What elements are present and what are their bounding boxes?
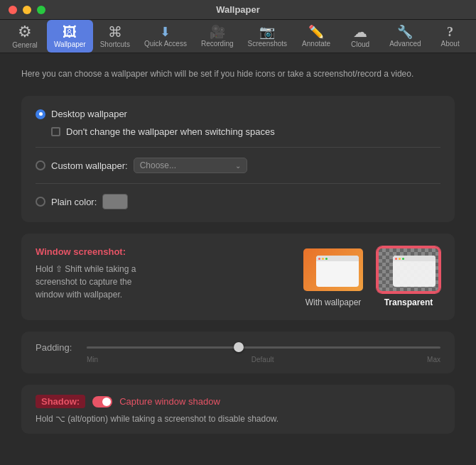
tab-about-label: About [441,40,460,48]
slider-default-label: Default [251,356,274,363]
tab-advanced-label: Advanced [389,40,421,48]
shadow-toggle-label: Capture window shadow [119,396,220,407]
custom-wallpaper-dropdown[interactable]: Choose... ⌄ [134,158,247,173]
custom-wallpaper-row: Custom wallpaper: Choose... ⌄ [36,158,440,173]
slider-labels: Min Default Max [87,356,440,363]
maximize-button[interactable] [37,6,45,14]
tab-wallpaper[interactable]: 🖼 Wallpaper [47,20,93,53]
dont-change-label: Don't change the wallpaper when switchin… [66,126,275,137]
thumb-min-dot [322,258,324,260]
gear-icon [18,24,32,40]
wallpaper-icon: 🖼 [63,25,77,39]
main-description: Here you can choose a wallpaper which wi… [21,67,455,80]
ws-option-transparent[interactable]: Transparent [377,246,440,307]
slider-min-label: Min [87,356,98,363]
shadow-toggle[interactable] [92,396,112,407]
wallpaper-options-section: Desktop wallpaper Don't change the wallp… [21,96,455,222]
tab-annotate[interactable]: ✏️ Annotate [294,20,338,53]
ws-description: Hold ⇧ Shift while taking a screenshot t… [36,263,280,301]
thumb-t-min [399,258,401,260]
padding-slider-thumb[interactable] [234,342,244,352]
shortcuts-icon: ⌘ [108,25,122,39]
shadow-row: Shadow: Capture window shadow [36,395,440,408]
ws-heading: Window screenshot: [36,246,280,257]
tab-about[interactable]: ? About [428,20,472,53]
plain-color-label: Plain color: [51,197,97,207]
thumb-wallpaper-bg [303,248,363,291]
titlebar: Wallpaper [0,0,476,20]
shadow-description: Hold ⌥ (alt/option) while taking a scree… [36,414,440,424]
padding-slider-container [87,341,440,353]
main-content: Here you can choose a wallpaper which wi… [0,53,476,448]
padding-row: Padding: [36,341,440,353]
window-screenshot-section: Window screenshot: Hold ⇧ Shift while ta… [21,234,455,320]
dont-change-row: Don't change the wallpaper when switchin… [51,126,440,137]
tab-quickaccess-label: Quick Access [144,40,187,48]
slider-fill [87,346,239,349]
tab-shortcuts-label: Shortcuts [100,40,130,48]
custom-wallpaper-label: Custom wallpaper: [51,160,128,171]
thumb-max-dot [325,258,328,260]
tab-annotate-label: Annotate [302,40,330,48]
ws-top: Window screenshot: Hold ⇧ Shift while ta… [36,246,440,307]
ws-thumbnail-with-wallpaper [301,246,365,293]
thumb-transparent-titlebar [393,256,436,261]
shadow-heading: Shadow: [36,395,85,408]
window-title: Wallpaper [216,4,260,15]
minimize-button[interactable] [23,6,31,14]
ws-option-with-wallpaper[interactable]: With wallpaper [301,246,365,307]
tab-recording[interactable]: 🎥 Recording [194,20,241,53]
thumb-transparent-bg [379,248,438,291]
tab-recording-label: Recording [201,40,234,48]
plain-color-radio[interactable] [36,197,45,207]
thumb-t-close [395,258,397,260]
annotate-icon: ✏️ [308,26,324,38]
padding-label: Padding: [36,342,78,353]
shadow-section: Shadow: Capture window shadow Hold ⌥ (al… [21,385,455,434]
slider-max-label: Max [427,356,440,363]
tab-cloud[interactable]: ☁ Cloud [338,20,382,53]
tab-screenshots[interactable]: 📷 Screenshots [241,20,295,53]
color-swatch[interactable] [102,194,128,209]
desktop-wallpaper-row: Desktop wallpaper [36,109,440,119]
thumb-close-dot [318,258,320,260]
plain-color-row: Plain color: [36,194,440,209]
tab-cloud-label: Cloud [351,40,369,48]
thumb-wallpaper-window [316,256,359,287]
dont-change-checkbox[interactable] [51,127,60,136]
tab-shortcuts[interactable]: ⌘ Shortcuts [93,20,137,53]
toolbar: General 🖼 Wallpaper ⌘ Shortcuts ⬇ Quick … [0,20,476,53]
thumb-t-max [402,258,404,260]
recording-icon: 🎥 [210,26,225,38]
thumb-transparent-window [393,256,436,287]
quickaccess-icon: ⬇ [160,26,171,38]
chevron-down-icon: ⌄ [235,162,241,170]
ws-transparent-label: Transparent [384,297,433,307]
tab-screenshots-label: Screenshots [248,40,288,48]
desktop-wallpaper-radio[interactable] [36,109,45,119]
divider-2 [36,183,440,184]
advanced-icon: 🔧 [397,26,413,38]
ws-left: Window screenshot: Hold ⇧ Shift while ta… [36,246,280,301]
padding-section: Padding: Min Default Max [21,332,455,373]
window-controls[interactable] [9,6,45,14]
screenshots-icon: 📷 [259,26,275,38]
ws-with-wallpaper-label: With wallpaper [305,297,362,307]
tab-wallpaper-label: Wallpaper [54,40,86,48]
divider-1 [36,147,440,148]
tab-general-label: General [12,41,38,49]
custom-wallpaper-radio[interactable] [36,160,45,170]
close-button[interactable] [9,6,17,14]
about-icon: ? [447,26,453,38]
cloud-icon: ☁ [353,25,367,39]
tab-advanced[interactable]: 🔧 Advanced [382,20,428,53]
desktop-wallpaper-label: Desktop wallpaper [51,109,127,119]
tab-general[interactable]: General [3,20,47,53]
thumb-titlebar [316,256,359,261]
slider-track [87,346,440,349]
ws-thumbnail-transparent [377,246,440,293]
ws-options: With wallpaper [301,246,440,307]
tab-quickaccess[interactable]: ⬇ Quick Access [137,20,194,53]
dropdown-placeholder: Choose... [140,160,176,170]
